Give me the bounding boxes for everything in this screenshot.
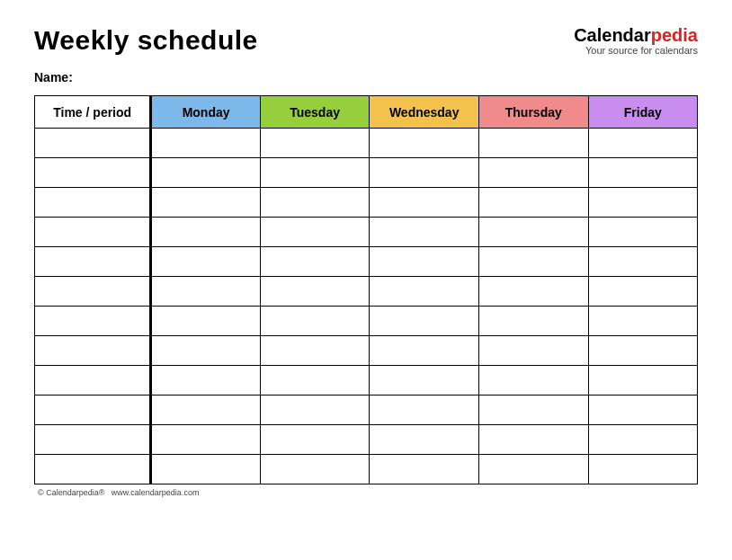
- schedule-cell[interactable]: [260, 307, 370, 336]
- schedule-cell[interactable]: [370, 247, 479, 277]
- footer-url: www.calendarpedia.com: [112, 488, 200, 497]
- brand-part2: pedia: [651, 25, 698, 45]
- schedule-cell[interactable]: [370, 336, 479, 366]
- time-cell[interactable]: [35, 188, 151, 218]
- schedule-cell[interactable]: [370, 425, 479, 455]
- schedule-cell[interactable]: [479, 396, 589, 425]
- schedule-cell[interactable]: [588, 366, 697, 396]
- schedule-cell[interactable]: [479, 188, 589, 218]
- schedule-cell[interactable]: [370, 277, 479, 307]
- schedule-cell[interactable]: [151, 277, 260, 307]
- schedule-cell[interactable]: [479, 218, 589, 247]
- schedule-cell[interactable]: [370, 366, 479, 396]
- table-row: [35, 129, 698, 158]
- time-cell[interactable]: [35, 336, 151, 366]
- schedule-cell[interactable]: [151, 396, 260, 425]
- table-row: [35, 158, 698, 188]
- schedule-cell[interactable]: [588, 455, 697, 484]
- schedule-cell[interactable]: [479, 158, 589, 188]
- schedule-cell[interactable]: [151, 455, 260, 484]
- schedule-cell[interactable]: [260, 277, 370, 307]
- table-row: [35, 455, 698, 484]
- brand-part1: Calendar: [574, 25, 651, 45]
- time-cell[interactable]: [35, 366, 151, 396]
- schedule-cell[interactable]: [260, 247, 370, 277]
- schedule-cell[interactable]: [479, 247, 589, 277]
- brand-tagline: Your source for calendars: [574, 45, 698, 56]
- schedule-cell[interactable]: [479, 307, 589, 336]
- schedule-cell[interactable]: [151, 188, 260, 218]
- schedule-cell[interactable]: [479, 336, 589, 366]
- time-cell[interactable]: [35, 277, 151, 307]
- time-cell[interactable]: [35, 218, 151, 247]
- schedule-cell[interactable]: [151, 129, 260, 158]
- schedule-cell[interactable]: [370, 158, 479, 188]
- schedule-cell[interactable]: [588, 129, 697, 158]
- schedule-cell[interactable]: [588, 247, 697, 277]
- day-header-wednesday: Wednesday: [370, 96, 479, 129]
- schedule-cell[interactable]: [588, 396, 697, 425]
- table-row: [35, 277, 698, 307]
- schedule-cell[interactable]: [479, 366, 589, 396]
- schedule-cell[interactable]: [260, 188, 370, 218]
- table-row: [35, 336, 698, 366]
- schedule-cell[interactable]: [260, 425, 370, 455]
- footer-copyright: © Calendarpedia®: [38, 488, 104, 497]
- schedule-cell[interactable]: [370, 455, 479, 484]
- page-title: Weekly schedule: [34, 25, 258, 56]
- footer: © Calendarpedia® www.calendarpedia.com: [34, 488, 698, 497]
- schedule-cell[interactable]: [588, 336, 697, 366]
- time-cell[interactable]: [35, 158, 151, 188]
- table-row: [35, 188, 698, 218]
- table-row: [35, 307, 698, 336]
- schedule-cell[interactable]: [151, 307, 260, 336]
- schedule-cell[interactable]: [588, 425, 697, 455]
- schedule-cell[interactable]: [370, 218, 479, 247]
- day-header-friday: Friday: [588, 96, 697, 129]
- table-row: [35, 366, 698, 396]
- schedule-cell[interactable]: [479, 129, 589, 158]
- schedule-cell[interactable]: [260, 218, 370, 247]
- brand-logo: Calendarpedia Your source for calendars: [574, 25, 698, 56]
- time-cell[interactable]: [35, 425, 151, 455]
- time-cell[interactable]: [35, 396, 151, 425]
- schedule-cell[interactable]: [479, 455, 589, 484]
- time-cell[interactable]: [35, 129, 151, 158]
- schedule-cell[interactable]: [260, 158, 370, 188]
- time-cell[interactable]: [35, 247, 151, 277]
- table-row: [35, 396, 698, 425]
- day-header-thursday: Thursday: [479, 96, 589, 129]
- schedule-cell[interactable]: [151, 336, 260, 366]
- day-header-monday: Monday: [151, 96, 260, 129]
- time-header: Time / period: [35, 96, 151, 129]
- schedule-cell[interactable]: [479, 425, 589, 455]
- schedule-cell[interactable]: [260, 366, 370, 396]
- schedule-cell[interactable]: [260, 455, 370, 484]
- schedule-cell[interactable]: [370, 129, 479, 158]
- time-cell[interactable]: [35, 455, 151, 484]
- name-label: Name:: [34, 70, 698, 84]
- table-row: [35, 247, 698, 277]
- schedule-cell[interactable]: [588, 158, 697, 188]
- day-header-tuesday: Tuesday: [260, 96, 370, 129]
- schedule-cell[interactable]: [151, 158, 260, 188]
- schedule-cell[interactable]: [588, 218, 697, 247]
- schedule-cell[interactable]: [588, 277, 697, 307]
- schedule-cell[interactable]: [370, 307, 479, 336]
- table-row: [35, 218, 698, 247]
- time-cell[interactable]: [35, 307, 151, 336]
- table-row: [35, 425, 698, 455]
- schedule-cell[interactable]: [260, 336, 370, 366]
- schedule-cell[interactable]: [588, 307, 697, 336]
- schedule-table: Time / period Monday Tuesday Wednesday T…: [34, 95, 698, 484]
- schedule-cell[interactable]: [151, 247, 260, 277]
- schedule-cell[interactable]: [370, 188, 479, 218]
- schedule-cell[interactable]: [151, 366, 260, 396]
- schedule-cell[interactable]: [370, 396, 479, 425]
- schedule-cell[interactable]: [479, 277, 589, 307]
- schedule-cell[interactable]: [151, 218, 260, 247]
- schedule-cell[interactable]: [588, 188, 697, 218]
- schedule-cell[interactable]: [260, 396, 370, 425]
- schedule-cell[interactable]: [151, 425, 260, 455]
- schedule-cell[interactable]: [260, 129, 370, 158]
